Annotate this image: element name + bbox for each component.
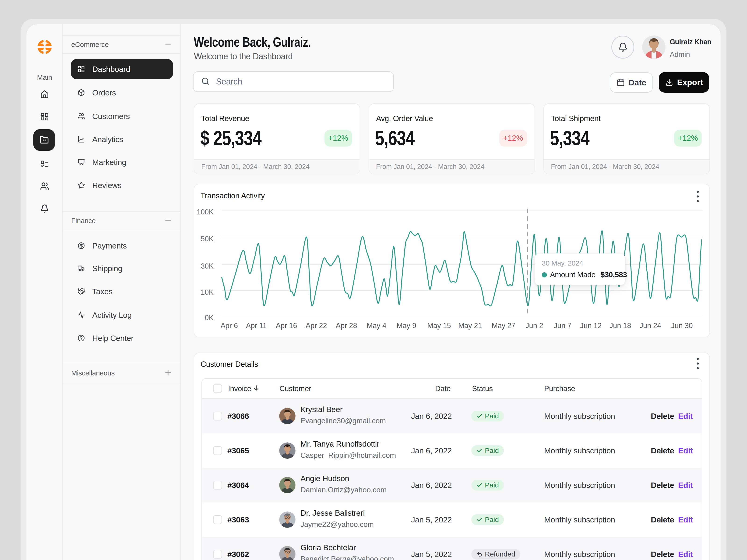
svg-text:Jun 7: Jun 7 <box>554 322 571 330</box>
svg-text:May 4: May 4 <box>367 322 386 330</box>
svg-text:Apr 28: Apr 28 <box>336 322 357 330</box>
svg-text:Jun 30: Jun 30 <box>671 322 693 330</box>
svg-text:Apr 6: Apr 6 <box>221 322 238 330</box>
svg-text:Apr 16: Apr 16 <box>276 322 297 330</box>
svg-text:May 21: May 21 <box>458 322 482 330</box>
svg-text:0K: 0K <box>205 314 213 322</box>
svg-text:Jun 2: Jun 2 <box>525 322 543 330</box>
svg-text:30K: 30K <box>201 262 213 270</box>
svg-text:Jun 12: Jun 12 <box>580 322 601 330</box>
svg-text:Apr 11: Apr 11 <box>246 322 266 330</box>
svg-text:Jun 18: Jun 18 <box>609 322 631 330</box>
svg-text:Apr 22: Apr 22 <box>306 322 327 330</box>
svg-text:May 15: May 15 <box>427 322 451 330</box>
svg-text:50K: 50K <box>201 235 213 243</box>
svg-text:May 27: May 27 <box>492 322 515 330</box>
svg-text:100K: 100K <box>197 208 214 216</box>
svg-text:May 9: May 9 <box>396 322 416 330</box>
svg-text:10K: 10K <box>201 288 213 296</box>
svg-text:Jun 24: Jun 24 <box>639 322 661 330</box>
